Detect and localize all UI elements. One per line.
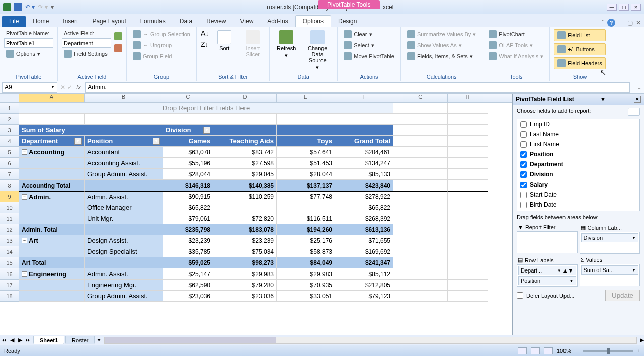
row-header[interactable]: 16 [0,268,19,280]
col-F[interactable]: F [335,94,393,102]
pivotchart-button[interactable]: PivotChart [487,29,545,39]
cell[interactable]: $169,692 [335,246,393,257]
tab-addins[interactable]: Add-Ins [260,16,295,27]
field-list-layout-icon[interactable] [628,108,640,116]
row-header[interactable]: 9 [0,191,19,202]
zoom-slider[interactable] [583,350,633,352]
cell[interactable] [393,114,448,125]
row-header[interactable]: 7 [0,169,19,180]
cell[interactable]: $98,273 [213,257,277,268]
row-header[interactable]: 5 [0,147,19,158]
cell[interactable] [448,103,488,114]
cell[interactable]: $85,133 [335,169,393,180]
cell[interactable]: $75,034 [213,246,277,257]
cell[interactable]: Department ▼ [19,136,85,147]
minimize-ribbon-icon[interactable]: ˅ [601,19,604,26]
col-D[interactable]: D [213,94,277,102]
group-selection-button[interactable]: → Group Selection [131,29,192,39]
cell[interactable] [393,257,448,268]
cell[interactable]: $72,820 [213,213,277,224]
cell[interactable]: $59,025 [163,257,213,268]
cell[interactable] [393,268,448,280]
cell[interactable]: $235,798 [163,224,213,235]
maximize-button[interactable]: ▢ [619,4,629,11]
cell[interactable]: $278,922 [335,191,393,202]
cell[interactable] [393,147,448,158]
last-sheet-button[interactable]: ⏭ [24,337,32,343]
cell[interactable]: Division ▼ [163,125,213,136]
minimize-button[interactable]: — [607,4,617,11]
cell[interactable]: $137,137 [277,180,335,191]
row-header[interactable]: 12 [0,224,19,235]
tab-data[interactable]: Data [173,16,199,27]
cell[interactable] [335,125,393,136]
cell[interactable]: $57,641 [277,147,335,158]
worksheet-grid[interactable]: A B C D E F G H 1Drop Report Filter Fiel… [0,94,512,335]
cell[interactable]: −Art [19,235,85,246]
tab-formulas[interactable]: Formulas [133,16,173,27]
help-icon[interactable]: ? [607,19,615,27]
cell[interactable] [393,180,448,191]
row-header[interactable]: 17 [0,280,19,291]
cell[interactable]: $83,742 [213,147,277,158]
cell[interactable]: $63,078 [163,147,213,158]
cell[interactable] [213,114,277,125]
collapse-field-icon[interactable] [114,44,122,52]
cell[interactable]: $79,280 [213,280,277,291]
cell[interactable]: $65,822 [163,202,213,213]
cell[interactable]: $33,051 [277,291,335,302]
group-field-button[interactable]: Group Field [131,51,192,61]
cell[interactable]: $110,259 [213,191,277,202]
cell[interactable]: $70,935 [277,280,335,291]
field-checkbox[interactable] [520,151,527,158]
area-filter-box[interactable] [517,231,578,253]
whatif-button[interactable]: What-If Analysis ▾ [487,51,545,61]
cell[interactable]: $241,347 [335,257,393,268]
formula-input[interactable] [85,82,630,93]
row-header[interactable]: 14 [0,246,19,257]
chip-division[interactable]: Division▼ [581,233,639,242]
cell[interactable] [393,103,448,114]
field-emp-id[interactable]: Emp ID [517,119,639,129]
row-header[interactable]: 10 [0,202,19,213]
cell[interactable]: Position ▼ [85,136,163,147]
field-start-date[interactable]: Start Date [517,190,639,200]
doc-restore-icon[interactable]: ▢ [627,19,633,26]
field-settings-button[interactable]: Field Settings [62,49,111,59]
cell[interactable]: $55,196 [163,158,213,169]
col-A[interactable]: A [19,94,85,102]
chip-department[interactable]: Depart...▼▲▼ [518,266,576,275]
cell[interactable]: $79,123 [335,291,393,302]
cell[interactable] [19,158,85,169]
zoom-in-button[interactable]: + [637,348,640,354]
olap-button[interactable]: OLAP Tools ▾ [487,40,545,50]
area-vals-box[interactable]: Sum of Sa...▼ [580,264,640,286]
cell[interactable]: $29,983 [277,268,335,280]
cell[interactable] [277,202,335,213]
field-birth-date[interactable]: Birth Date [517,200,639,210]
row-header[interactable]: 4 [0,136,19,147]
cell[interactable]: $28,044 [277,169,335,180]
tab-insert[interactable]: Insert [56,16,85,27]
cell[interactable] [448,191,488,202]
fields-items-button[interactable]: Fields, Items, & Sets ▾ [405,51,478,61]
field-list-fields[interactable]: Emp IDLast NameFirst NamePositionDepartm… [517,119,640,211]
row-header[interactable]: 6 [0,158,19,169]
change-source-button[interactable]: Change Data Source ▾ [302,29,333,72]
expand-fbar-icon[interactable]: ⌄ [637,84,642,91]
cell[interactable] [448,268,488,280]
chip-position[interactable]: Position▼ [518,276,576,285]
pivottable-name-input[interactable] [4,38,53,48]
cell[interactable] [335,114,393,125]
cell[interactable] [85,180,163,191]
field-list-dropdown-icon[interactable]: ▼ [600,96,606,103]
area-rows-box[interactable]: Depart...▼▲▼ Position▼ [517,264,578,287]
cell[interactable]: $51,453 [277,158,335,169]
cell[interactable] [448,246,488,257]
cell[interactable] [448,147,488,158]
cell[interactable]: Art Total [19,257,85,268]
cell[interactable]: $194,260 [277,224,335,235]
cell[interactable] [448,169,488,180]
cell[interactable]: $613,136 [335,224,393,235]
field-division[interactable]: Division [517,169,639,179]
